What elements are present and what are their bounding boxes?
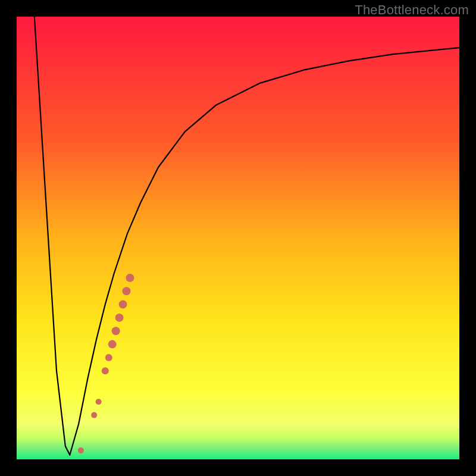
data-marker xyxy=(123,287,131,295)
series-right-branch xyxy=(70,48,459,455)
curve-layer xyxy=(17,17,459,459)
data-marker xyxy=(112,327,120,335)
watermark-text: TheBottleneck.com xyxy=(355,2,469,18)
bottleneck-curve xyxy=(35,17,459,455)
data-marker xyxy=(115,314,124,322)
data-marker xyxy=(108,340,117,349)
data-marker xyxy=(91,412,97,418)
data-marker xyxy=(96,399,102,405)
data-marker xyxy=(102,367,109,374)
series-left-branch xyxy=(35,17,70,455)
outer-frame: TheBottleneck.com xyxy=(0,0,476,476)
plot-area xyxy=(17,17,459,459)
data-marker xyxy=(126,274,134,282)
data-marker xyxy=(105,354,112,361)
data-marker xyxy=(119,300,127,309)
data-marker xyxy=(78,447,84,453)
